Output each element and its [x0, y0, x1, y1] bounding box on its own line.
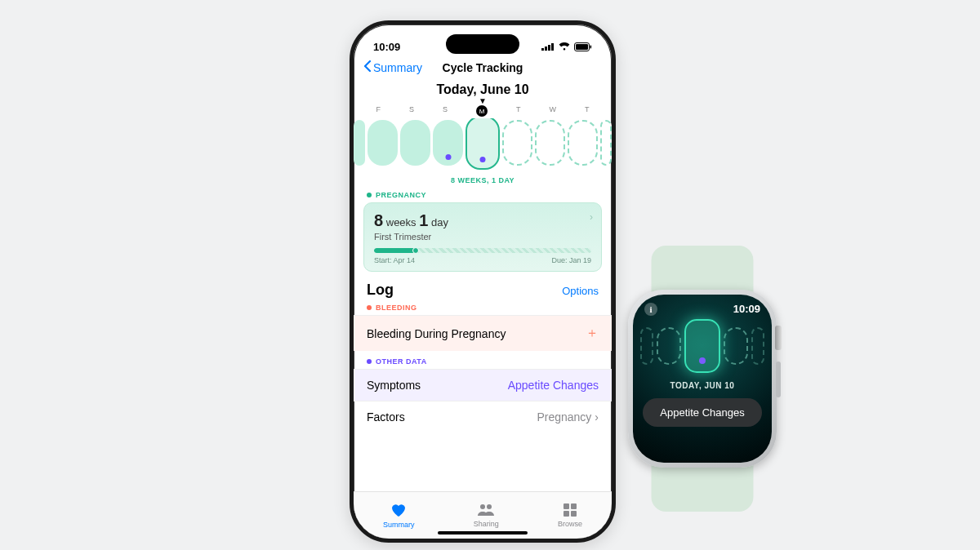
cycle-day[interactable]: [354, 120, 365, 166]
status-time: 10:09: [373, 41, 400, 53]
row-label: Factors: [367, 410, 405, 424]
cycle-day[interactable]: [400, 120, 430, 166]
svg-rect-10: [571, 503, 577, 509]
bullet-icon: [367, 193, 372, 197]
cycle-day-today[interactable]: [466, 118, 500, 170]
watch-symptom-chip[interactable]: Appetite Changes: [643, 398, 762, 427]
weekday-today-badge: M: [476, 105, 488, 117]
back-button[interactable]: Summary: [363, 60, 422, 74]
svg-rect-1: [545, 47, 547, 51]
section-label: OTHER DATA: [376, 357, 427, 366]
pregnancy-due: Due: Jan 19: [551, 256, 591, 264]
pregnancy-card[interactable]: › 8 weeks 1 day First Trimester Start: A…: [363, 202, 602, 272]
cycle-day[interactable]: [751, 327, 764, 365]
nav-header: Summary Cycle Tracking: [354, 57, 612, 79]
other-section-header: OTHER DATA: [354, 351, 612, 369]
watch-band: [652, 246, 754, 295]
cycle-day[interactable]: [568, 120, 598, 166]
weekday-label: T: [585, 105, 590, 117]
cycle-day[interactable]: [657, 327, 681, 365]
tab-browse[interactable]: Browse: [558, 503, 582, 528]
bullet-icon: [367, 305, 372, 310]
log-dot-icon: [480, 157, 486, 162]
log-title: Log: [367, 282, 394, 299]
section-label: BLEEDING: [376, 304, 417, 312]
section-label: PREGNANCY: [376, 191, 426, 199]
watch-case: i 10:09 TODAY, JUN 10 Appetite Changes: [628, 290, 777, 468]
watch-cycle-strip[interactable]: [633, 319, 772, 373]
svg-rect-2: [548, 45, 550, 51]
info-icon[interactable]: i: [644, 303, 657, 316]
row-label: Symptoms: [367, 379, 421, 392]
home-indicator[interactable]: [438, 531, 528, 534]
digital-crown[interactable]: [775, 326, 782, 350]
log-dot-icon: [699, 357, 706, 364]
cycle-day[interactable]: [535, 120, 565, 166]
svg-point-8: [487, 504, 492, 509]
cycle-day[interactable]: [600, 120, 612, 166]
svg-rect-5: [576, 44, 588, 50]
grid-icon: [564, 503, 577, 518]
row-label: Bleeding During Pregnancy: [367, 327, 506, 340]
pregnancy-progress: [374, 248, 591, 253]
svg-rect-11: [564, 511, 569, 517]
weekday-label: T: [516, 105, 521, 117]
pregnancy-duration: 8 weeks 1 day: [374, 211, 591, 230]
log-options-button[interactable]: Options: [562, 285, 599, 297]
symptoms-row[interactable]: Symptoms Appetite Changes: [354, 369, 612, 401]
weekday-label: F: [376, 105, 381, 117]
cycle-day[interactable]: [502, 120, 532, 166]
back-label: Summary: [373, 61, 422, 74]
bleeding-section-header: BLEEDING: [354, 304, 612, 315]
heart-icon: [390, 503, 407, 519]
svg-rect-9: [564, 503, 569, 509]
svg-rect-12: [571, 511, 577, 517]
chevron-right-icon: ›: [590, 211, 593, 223]
tab-label: Sharing: [474, 520, 499, 528]
log-dot-icon: [445, 154, 451, 160]
watch-device: i 10:09 TODAY, JUN 10 Appetite Changes: [608, 290, 796, 468]
cycle-caption: 8 WEEKS, 1 DAY: [354, 171, 612, 191]
pregnancy-trimester: First Trimester: [374, 232, 591, 242]
watch-screen[interactable]: i 10:09 TODAY, JUN 10 Appetite Changes: [633, 295, 772, 463]
iphone-device: 10:09 Summary Cycle Tracking Today, June…: [350, 20, 616, 543]
bullet-icon: [367, 359, 372, 364]
tab-bar: Summary Sharing Browse: [354, 491, 612, 539]
watch-time: 10:09: [733, 303, 760, 316]
cycle-day[interactable]: [368, 120, 398, 166]
wifi-icon: [559, 42, 570, 51]
svg-point-7: [480, 504, 485, 509]
row-value: Pregnancy ›: [537, 410, 599, 424]
weekday-row: F S S M T W T: [354, 104, 612, 118]
dynamic-island: [446, 34, 519, 54]
chevron-left-icon: [363, 60, 372, 74]
plus-icon[interactable]: ＋: [586, 325, 599, 342]
weekday-label: S: [409, 105, 414, 117]
progress-knob-icon: [412, 248, 419, 253]
tab-summary[interactable]: Summary: [383, 503, 415, 529]
factors-row[interactable]: Factors Pregnancy ›: [354, 401, 612, 432]
people-icon: [477, 503, 495, 518]
side-button[interactable]: [776, 361, 781, 397]
pregnancy-section-header: PREGNANCY: [354, 191, 612, 202]
row-value: Appetite Changes: [508, 379, 599, 392]
watch-band: [652, 463, 754, 512]
tab-sharing[interactable]: Sharing: [474, 503, 499, 528]
cycle-day[interactable]: [724, 327, 748, 365]
pregnancy-start: Start: Apr 14: [374, 256, 415, 264]
chevron-right-icon: ›: [595, 410, 599, 424]
cellular-icon: [541, 42, 555, 51]
svg-rect-0: [541, 48, 544, 51]
tab-label: Browse: [558, 520, 582, 528]
cycle-day-today[interactable]: [684, 319, 720, 373]
weekday-label: W: [549, 105, 556, 117]
cycle-strip[interactable]: [354, 118, 612, 171]
cycle-day[interactable]: [433, 120, 463, 166]
battery-icon: [574, 42, 592, 51]
tab-label: Summary: [383, 521, 415, 529]
svg-rect-3: [551, 43, 554, 51]
weekday-label: S: [443, 105, 448, 117]
bleeding-row[interactable]: Bleeding During Pregnancy ＋: [354, 315, 612, 351]
cycle-day[interactable]: [640, 327, 653, 365]
svg-rect-6: [590, 45, 592, 48]
